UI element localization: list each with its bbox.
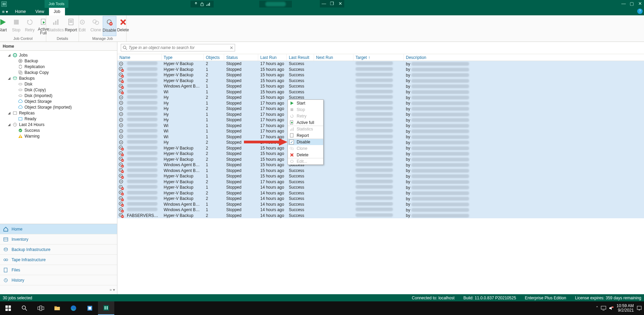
table-row[interactable]: Wi1Stopped15 hours agoSuccessby xyxy=(117,89,644,95)
search-box[interactable]: ✕ xyxy=(121,44,235,51)
explorer-button[interactable] xyxy=(49,301,65,315)
table-row[interactable]: Hyper-V Backup2Stopped17 hours agoSucces… xyxy=(117,179,644,185)
tree-object-storage-imported[interactable]: Object Storage (Imported) xyxy=(0,104,117,110)
tree-last24[interactable]: ◢Last 24 Hours xyxy=(0,122,117,127)
table-row[interactable]: Hy2Stopped17 hours agoSuccessby xyxy=(117,106,644,112)
table-row[interactable]: Hyper-V Backup1Stopped15 hours agoSucces… xyxy=(117,173,644,179)
tree-disk-copy[interactable]: Disk (Copy) xyxy=(0,87,117,93)
nav-home[interactable]: Home xyxy=(0,224,117,234)
grid-body[interactable]: Start Stop Retry Active full Statistics … xyxy=(117,61,644,294)
edge-button[interactable] xyxy=(65,301,82,315)
table-row[interactable]: Hyper-V Backup2Stopped15 hours agoSucces… xyxy=(117,145,644,151)
start-button[interactable]: Start xyxy=(0,16,10,36)
retry-button[interactable]: Retry xyxy=(23,16,37,36)
table-row[interactable]: Hy2Stopped17 hours agoSuccessby xyxy=(117,140,644,145)
table-row[interactable]: Hyper-V Backup2Stopped15 hours agoSucces… xyxy=(117,157,644,162)
tree-backup[interactable]: Backup xyxy=(0,58,117,64)
cm-delete[interactable]: Delete xyxy=(288,152,323,158)
cm-clone[interactable]: Clone xyxy=(288,145,323,152)
table-row[interactable]: Hyper-V Backup2Stopped15 hours agoSucces… xyxy=(117,72,644,78)
app-menu-button[interactable]: ≡ ▾ xyxy=(0,8,10,15)
cm-disable[interactable]: ✓Disable xyxy=(288,139,323,145)
nav-files[interactable]: Files xyxy=(0,265,117,275)
tab-home[interactable]: Home xyxy=(10,8,31,15)
close-button[interactable]: ✕ xyxy=(636,0,644,7)
minimize-button[interactable]: — xyxy=(620,0,628,7)
table-row[interactable]: Hyper-V Backup2Stopped17 hours agoSucces… xyxy=(117,61,644,67)
tray-display-icon[interactable] xyxy=(601,306,606,311)
table-row[interactable]: Hy1Stopped17 hours agoSuccessby xyxy=(117,100,644,106)
nav-tape-infra[interactable]: Tape Infrastructure xyxy=(0,255,117,265)
cm-statistics[interactable]: Statistics xyxy=(288,126,323,132)
cm-report[interactable]: Report xyxy=(288,132,323,139)
app-button-veeam[interactable] xyxy=(98,301,114,315)
table-row[interactable]: Hyper-V Backup2Stopped14 hours agoSucces… xyxy=(117,196,644,202)
col-name[interactable]: Name xyxy=(117,54,162,61)
cm-active-full[interactable]: Active full xyxy=(288,119,323,126)
tree-replicas[interactable]: ◢Replicas xyxy=(0,110,117,116)
statistics-button[interactable]: Statistics xyxy=(47,16,64,36)
close-inner-button[interactable]: ✕ xyxy=(336,0,344,7)
table-row[interactable]: Wi1Stopped17 hours agoSuccessby xyxy=(117,123,644,129)
nav-collapse-icon[interactable]: » ▾ xyxy=(110,287,115,292)
cm-stop[interactable]: Stop xyxy=(288,106,323,113)
col-status[interactable]: Status xyxy=(224,54,258,61)
col-target[interactable]: Target ↑ xyxy=(353,54,404,61)
table-row[interactable]: Windows Agent Backup1Stopped15 hours ago… xyxy=(117,83,644,89)
col-last-run[interactable]: Last Run xyxy=(258,54,287,61)
tab-job[interactable]: Job xyxy=(49,8,65,15)
app-button-1[interactable] xyxy=(82,301,98,315)
restore-inner-button[interactable]: ❐ xyxy=(328,0,336,7)
cm-start[interactable]: Start xyxy=(288,100,323,106)
col-last-result[interactable]: Last Result xyxy=(287,54,314,61)
table-row[interactable]: Hy2Stopped15 hours agoSuccessby xyxy=(117,95,644,100)
help-icon[interactable]: ? xyxy=(637,9,643,14)
tab-view[interactable]: View xyxy=(31,8,49,15)
stop-button[interactable]: Stop xyxy=(10,16,23,36)
search-button[interactable] xyxy=(16,301,33,315)
col-description[interactable]: Description xyxy=(404,54,480,61)
cm-retry[interactable]: Retry xyxy=(288,113,323,119)
table-row[interactable]: Wi1Stopped17 hours agoSuccessby xyxy=(117,128,644,134)
table-row[interactable]: Hyper-V Backup1Stopped15 hours agoSucces… xyxy=(117,67,644,73)
table-row[interactable]: Windows Agent Backup1Stopped14 hours ago… xyxy=(117,207,644,213)
table-row[interactable]: Windows Agent Backup1Stopped15 hours ago… xyxy=(117,168,644,174)
table-row[interactable]: FABSERVERS_FABITIA...Hyper-V Backup2Stop… xyxy=(117,213,644,219)
tree-warning[interactable]: Warning xyxy=(0,133,117,139)
taskbar-clock[interactable]: 10:59 AM 9/2/2021 xyxy=(616,304,634,313)
tree-backup-copy[interactable]: Backup Copy xyxy=(0,69,117,75)
tree-ready[interactable]: Ready xyxy=(0,116,117,122)
tree-disk[interactable]: Disk xyxy=(0,81,117,87)
search-input[interactable] xyxy=(129,45,228,50)
notifications-icon[interactable] xyxy=(637,305,642,311)
nav-tree[interactable]: ◢Jobs Backup Replication Backup Copy ◢Ba… xyxy=(0,51,117,224)
clear-search-icon[interactable]: ✕ xyxy=(230,45,233,50)
tree-replication[interactable]: Replication xyxy=(0,64,117,69)
task-view-button[interactable] xyxy=(33,301,49,315)
tree-jobs[interactable]: ◢Jobs xyxy=(0,52,117,58)
col-objects[interactable]: Objects xyxy=(204,54,224,61)
tree-backups[interactable]: ◢Backups xyxy=(0,75,117,81)
edit-button[interactable]: Edit xyxy=(76,16,89,36)
table-row[interactable]: Hyper-V Backup2Stopped14 hours agoSucces… xyxy=(117,190,644,196)
maximize-button[interactable]: ▢ xyxy=(628,0,636,7)
tree-disk-imported[interactable]: Disk (Imported) xyxy=(0,93,117,98)
nav-backup-infra[interactable]: Backup Infrastructure xyxy=(0,245,117,255)
delete-button[interactable]: Delete xyxy=(116,16,130,36)
table-row[interactable]: Hyper-V Backup1Stopped14 hours agoSucces… xyxy=(117,185,644,190)
table-row[interactable]: Windows Agent Backup1Stopped15 hours ago… xyxy=(117,162,644,168)
col-type[interactable]: Type xyxy=(162,54,204,61)
start-menu-button[interactable] xyxy=(0,301,16,315)
minimize-inner-button[interactable]: — xyxy=(320,0,328,7)
nav-history[interactable]: History xyxy=(0,275,117,285)
disable-button[interactable]: Disable xyxy=(103,16,116,36)
table-row[interactable]: Hyper-V Backup2Stopped15 hours agoSucces… xyxy=(117,151,644,157)
table-row[interactable]: Hyper-V Backup2Stopped15 hours agoSucces… xyxy=(117,78,644,84)
table-row[interactable]: Windows Agent Backup1Stopped14 hours ago… xyxy=(117,202,644,207)
tree-success[interactable]: Success xyxy=(0,127,117,133)
job-tools-tab[interactable]: Job Tools xyxy=(45,0,68,8)
tree-object-storage[interactable]: Object Storage xyxy=(0,98,117,104)
clone-button[interactable]: Clone xyxy=(89,16,103,36)
nav-inventory[interactable]: Inventory xyxy=(0,234,117,245)
table-row[interactable]: Hy1Stopped17 hours agoSuccessby xyxy=(117,112,644,117)
